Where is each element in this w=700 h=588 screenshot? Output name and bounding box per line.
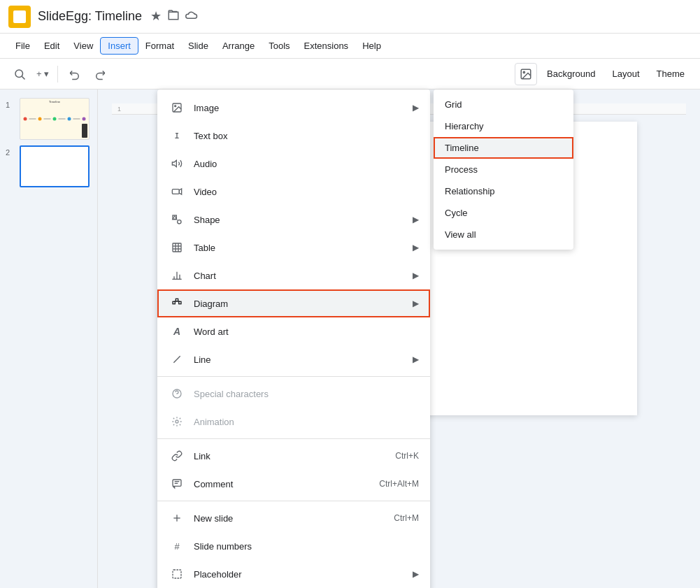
insert-menu-placeholder[interactable]: Placeholder ▶ [157,560,430,588]
shape-icon [169,211,185,228]
svg-rect-22 [176,299,178,301]
submenu-process[interactable]: Process [434,159,573,180]
link-icon [169,447,185,464]
submenu-relationship[interactable]: Relationship [434,180,573,202]
layout-button[interactable]: Layout [605,63,646,85]
menu-tools[interactable]: Tools [262,38,297,54]
video-icon [169,183,185,200]
insert-menu-newslide[interactable]: New slide Ctrl+M [157,504,430,532]
table-icon [169,239,185,256]
insert-menu-wordart[interactable]: A Word art [157,317,430,345]
svg-rect-29 [173,480,181,486]
svg-rect-20 [173,301,175,303]
zoom-button[interactable]: + ▾ [34,63,52,85]
folder-icon[interactable] [167,8,180,24]
image-icon [169,99,185,116]
svg-rect-11 [173,243,181,252]
title-icons: ★ [150,8,198,24]
comment-shortcut: Ctrl+Alt+M [379,479,419,489]
insert-video-label: Video [194,187,419,197]
toolbar: + ▾ Background Layout Theme [0,59,700,89]
submenu-hierarchy[interactable]: Hierarchy [434,115,573,137]
svg-rect-7 [172,189,179,194]
newslide-shortcut: Ctrl+M [394,513,419,523]
insert-comment-label: Comment [194,479,379,489]
submenu-viewall[interactable]: View all [434,224,573,245]
app-icon-inner [13,10,26,23]
insert-menu-textbox[interactable]: Text box [157,122,430,150]
newslide-icon [169,510,185,526]
submenu-cycle[interactable]: Cycle [434,202,573,224]
submenu-grid[interactable]: Grid [434,94,573,115]
line-arrow: ▶ [413,354,419,364]
insert-menu-image[interactable]: Image ▶ [157,94,430,122]
insert-menu-table[interactable]: Table ▶ [157,234,430,261]
diagram-icon [169,295,185,312]
insert-menu-comment[interactable]: Comment Ctrl+Alt+M [157,470,430,498]
menu-help[interactable]: Help [355,38,388,54]
insert-slidenumbers-label: Slide numbers [194,541,419,552]
background-button[interactable]: Background [540,63,602,85]
star-icon[interactable]: ★ [150,8,162,24]
menu-extensions[interactable]: Extensions [297,38,356,54]
link-shortcut: Ctrl+K [395,451,419,461]
insert-menu-video[interactable]: Video [157,178,430,206]
insert-menu-slidenumbers[interactable]: # Slide numbers [157,532,430,560]
insert-menu-specialchars[interactable]: Special characters [157,380,430,408]
insert-menu-audio[interactable]: Audio [157,150,430,178]
slide-item-2[interactable]: 2 [6,145,92,187]
insert-table-label: Table [194,243,413,253]
slidenumbers-icon: # [169,538,185,554]
slide-item-1[interactable]: 1 Timeline [6,98,92,140]
undo-button[interactable] [64,63,86,85]
menu-arrange[interactable]: Arrange [215,38,262,54]
svg-point-10 [178,220,181,224]
insert-menu-animation[interactable]: Animation [157,408,430,436]
diagram-arrow: ▶ [413,299,419,308]
menu-divider-1 [157,376,430,377]
insert-textbox-label: Text box [194,131,419,141]
menu-slide[interactable]: Slide [181,38,215,54]
insert-menu-shape[interactable]: Shape ▶ [157,206,430,234]
wordart-icon: A [169,323,185,340]
insert-image-button[interactable] [515,63,537,85]
svg-rect-34 [173,570,181,578]
svg-marker-6 [172,160,176,166]
menu-file[interactable]: File [8,38,37,54]
menu-insert[interactable]: Insert [100,37,138,55]
slide-thumb-2[interactable] [20,145,90,187]
slide-thumb-1[interactable]: Timeline [20,98,90,140]
insert-menu-link[interactable]: Link Ctrl+K [157,442,430,470]
toolbar-right: Background Layout Theme [515,63,692,85]
insert-animation-label: Animation [194,417,419,427]
menu-divider-2 [157,438,430,439]
redo-button[interactable] [89,63,111,85]
submenu-timeline[interactable]: Timeline [434,137,573,159]
menu-view[interactable]: View [66,38,100,54]
document-title: SlideEgg: Timeline [38,9,142,24]
theme-button[interactable]: Theme [650,63,692,85]
insert-menu: Image ▶ Text box Audio Video [157,89,430,588]
insert-specialchars-label: Special characters [194,389,419,399]
slide-number-2: 2 [6,148,14,157]
insert-wordart-label: Word art [194,327,419,337]
insert-menu-line[interactable]: Line ▶ [157,345,430,373]
svg-line-24 [174,301,177,302]
audio-icon [169,155,185,172]
insert-shape-label: Shape [194,215,413,225]
svg-point-5 [175,106,176,107]
insert-audio-label: Audio [194,159,419,169]
svg-line-1 [22,76,24,79]
menu-edit[interactable]: Edit [37,38,66,54]
chart-icon [169,267,185,284]
cloud-icon[interactable] [185,8,198,24]
svg-marker-8 [179,189,181,194]
menu-format[interactable]: Format [138,38,181,54]
app-icon [8,6,31,28]
search-button[interactable] [8,63,31,85]
diagram-submenu: Grid Hierarchy Timeline Process Relation… [434,89,573,250]
insert-menu-diagram[interactable]: Diagram ▶ [157,289,430,317]
insert-menu-chart[interactable]: Chart ▶ [157,261,430,289]
specialchars-icon [169,385,185,402]
menu-divider-3 [157,501,430,501]
